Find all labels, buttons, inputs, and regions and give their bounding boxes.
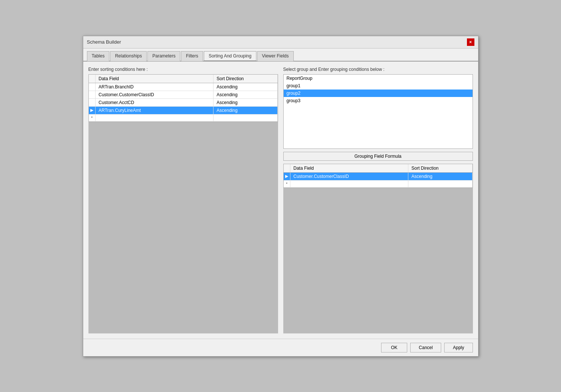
row-indicator [89,83,96,91]
cancel-button[interactable]: Cancel [410,343,441,352]
group-item-group2[interactable]: group2 [284,90,473,97]
table-row[interactable]: Customer.AcctCD Ascending [89,98,278,106]
grouping-indicator-header [284,164,290,173]
dialog-title: Schema Builder [87,39,121,45]
group-item-group3[interactable]: group3 [284,97,473,104]
grouping-sort-table: Data Field Sort Direction ▶ Customer.Cus… [284,164,473,188]
sort-table-data-field-header: Data Field [96,75,214,83]
new-row-indicator: * [89,114,96,121]
row-indicator [89,91,96,98]
tab-filters[interactable]: Filters [181,51,203,61]
data-field-cell: Customer.CustomerClassID [96,91,214,98]
grouping-row-indicator: ▶ [284,172,290,180]
right-panel-gray-fill [283,188,473,333]
sort-table-sort-direction-header: Sort Direction [214,75,277,83]
tab-viewer[interactable]: Viewer Fields [257,51,294,61]
right-panel-label: Select group and Enter grouping conditio… [283,67,473,72]
close-button[interactable]: × [467,38,474,46]
data-field-cell: ARTran.CuryLineAmt [96,106,214,114]
table-row[interactable]: ▶ ARTran.CuryLineAmt Ascending [89,106,278,114]
new-row[interactable]: * [89,114,278,121]
new-row-field [96,114,214,121]
data-field-cell: Customer.AcctCD [96,98,214,106]
left-panel-gray-fill [88,122,278,333]
footer-bar: OK Cancel Apply [83,339,478,356]
sort-direction-cell: Ascending [214,83,277,91]
right-panel-bottom: Data Field Sort Direction ▶ Customer.Cus… [283,164,473,333]
row-indicator [89,98,96,106]
left-panel: Enter sorting conditions here : Data Fie… [88,67,278,333]
grouping-new-row-field [290,180,408,187]
table-row[interactable]: ▶ Customer.CustomerClassID Ascending [284,172,473,180]
new-row-direction [214,114,277,121]
title-bar: Schema Builder × [83,36,478,48]
table-row[interactable]: ARTran.BranchID Ascending [89,83,278,91]
left-panel-label: Enter sorting conditions here : [88,67,278,72]
grouping-data-field-cell: Customer.CustomerClassID [290,172,408,180]
right-panel: Select group and Enter grouping conditio… [283,67,473,333]
table-row[interactable]: Customer.CustomerClassID Ascending [89,91,278,98]
tab-bar: Tables Relationships Parameters Filters … [83,48,478,62]
group-item-group1[interactable]: group1 [284,82,473,90]
sort-table-indicator-header [89,75,96,83]
grouping-sort-direction-cell: Ascending [408,172,472,180]
new-row[interactable]: * [284,180,473,187]
ok-button[interactable]: OK [381,343,407,352]
row-indicator: ▶ [89,106,96,114]
apply-button[interactable]: Apply [444,343,473,352]
schema-builder-dialog: Schema Builder × Tables Relationships Pa… [83,36,479,357]
grouping-new-row-direction [408,180,472,187]
sort-direction-cell: Ascending [214,106,277,114]
sort-direction-cell: Ascending [214,91,277,98]
grouping-new-row-indicator: * [284,180,290,187]
tab-sorting[interactable]: Sorting And Grouping [204,51,256,61]
panels-row: Enter sorting conditions here : Data Fie… [88,67,473,333]
grouping-field-formula-button[interactable]: Grouping Field Formula [283,152,473,161]
sort-direction-cell: Ascending [214,98,277,106]
grouping-sort-direction-header: Sort Direction [408,164,472,173]
grouping-data-field-header: Data Field [290,164,408,173]
sort-table-container: Data Field Sort Direction ARTran.BranchI… [88,74,278,122]
grouping-sort-table-wrapper: Data Field Sort Direction ▶ Customer.Cus… [283,164,473,188]
group-list-container[interactable]: ReportGroup group1 group2 group3 [283,74,473,149]
data-field-cell: ARTran.BranchID [96,83,214,91]
tab-parameters[interactable]: Parameters [147,51,180,61]
content-area: Enter sorting conditions here : Data Fie… [83,62,478,339]
group-item-reportgroup[interactable]: ReportGroup [284,75,473,82]
sort-table: Data Field Sort Direction ARTran.BranchI… [89,75,278,122]
tab-tables[interactable]: Tables [87,51,110,61]
tab-relationships[interactable]: Relationships [110,51,147,61]
